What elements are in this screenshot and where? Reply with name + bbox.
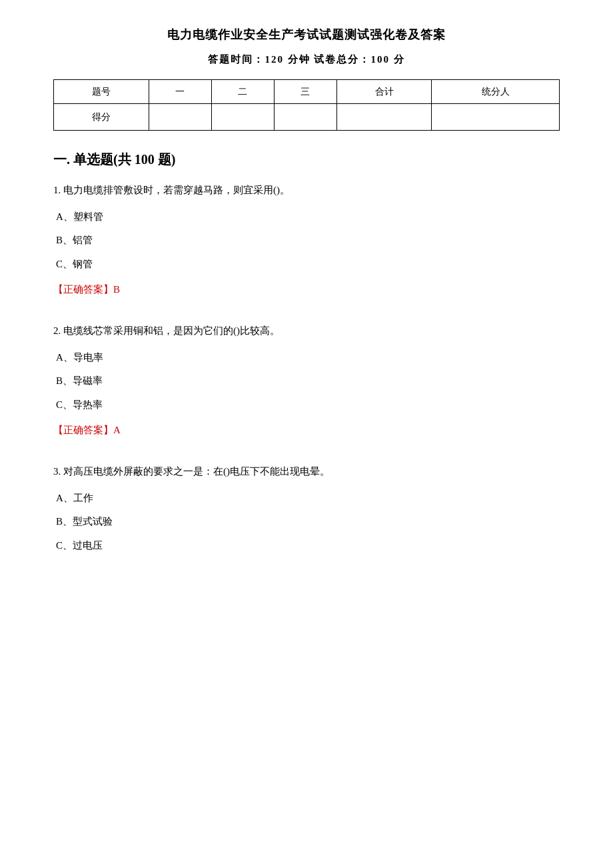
question-2-text: 2. 电缆线芯常采用铜和铝，是因为它们的()比较高。 bbox=[53, 323, 560, 340]
col-header-3: 三 bbox=[274, 80, 336, 104]
question-1: 1. 电力电缆排管敷设时，若需穿越马路，则宜采用()。A、塑料管B、铝管C、钢管… bbox=[53, 182, 560, 296]
question-2-option-2: C、导热率 bbox=[53, 397, 560, 414]
col-header-2: 二 bbox=[211, 80, 274, 104]
exam-info: 答题时间：120 分钟 试卷总分：100 分 bbox=[53, 53, 560, 66]
question-1-option-0: A、塑料管 bbox=[53, 209, 560, 226]
score-cell-grader bbox=[432, 104, 560, 131]
score-cell-3 bbox=[274, 104, 336, 131]
col-header-5: 统分人 bbox=[432, 80, 560, 104]
page-title: 电力电缆作业安全生产考试试题测试强化卷及答案 bbox=[53, 27, 560, 43]
question-1-option-2: C、钢管 bbox=[53, 256, 560, 273]
question-2: 2. 电缆线芯常采用铜和铝，是因为它们的()比较高。A、导电率B、导磁率C、导热… bbox=[53, 323, 560, 437]
question-3-option-1: B、型式试验 bbox=[53, 513, 560, 531]
answer-letter: A bbox=[113, 425, 121, 435]
col-header-0: 题号 bbox=[54, 80, 149, 104]
score-cell-1 bbox=[149, 104, 211, 131]
question-1-text: 1. 电力电缆排管敷设时，若需穿越马路，则宜采用()。 bbox=[53, 182, 560, 199]
row-label: 得分 bbox=[54, 104, 149, 131]
question-3-option-2: C、过电压 bbox=[53, 537, 560, 555]
question-2-option-0: A、导电率 bbox=[53, 349, 560, 367]
question-2-option-1: B、导磁率 bbox=[53, 373, 560, 390]
col-header-4: 合计 bbox=[336, 80, 432, 104]
section-title: 一. 单选题(共 100 题) bbox=[53, 151, 560, 169]
score-table-data-row: 得分 bbox=[54, 104, 560, 131]
score-cell-2 bbox=[211, 104, 274, 131]
score-cell-total bbox=[336, 104, 432, 131]
answer-bracket: 【正确答案】 bbox=[53, 425, 113, 435]
question-2-answer: 【正确答案】A bbox=[53, 424, 560, 437]
answer-bracket: 【正确答案】 bbox=[53, 284, 113, 295]
question-3-text: 3. 对高压电缆外屏蔽的要求之一是：在()电压下不能出现电晕。 bbox=[53, 463, 560, 481]
question-1-option-1: B、铝管 bbox=[53, 232, 560, 249]
question-3-option-0: A、工作 bbox=[53, 490, 560, 507]
score-table-header-row: 题号 一 二 三 合计 统分人 bbox=[54, 80, 560, 104]
score-table: 题号 一 二 三 合计 统分人 得分 bbox=[53, 79, 560, 131]
question-3: 3. 对高压电缆外屏蔽的要求之一是：在()电压下不能出现电晕。A、工作B、型式试… bbox=[53, 463, 560, 554]
questions-container: 1. 电力电缆排管敷设时，若需穿越马路，则宜采用()。A、塑料管B、铝管C、钢管… bbox=[53, 182, 560, 554]
col-header-1: 一 bbox=[149, 80, 211, 104]
answer-letter: B bbox=[113, 284, 120, 295]
question-1-answer: 【正确答案】B bbox=[53, 283, 560, 296]
